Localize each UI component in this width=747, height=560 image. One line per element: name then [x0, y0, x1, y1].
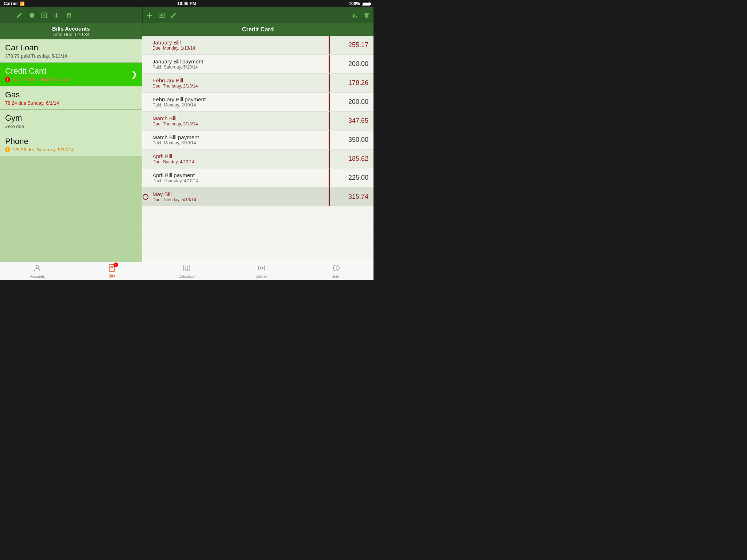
- right-panel: Credit Card January Bill Due: Monday, 1/…: [142, 23, 374, 262]
- bill-name: January Bill payment: [152, 58, 325, 65]
- bill-info: February Bill Due: Thursday, 2/13/14: [149, 75, 329, 91]
- bill-row-jan-bill[interactable]: January Bill Due: Monday, 1/13/14 255.17: [142, 36, 374, 55]
- tab-utilities-label: Utilities: [256, 275, 267, 279]
- bill-date: Due: Thursday, 3/13/14: [152, 121, 325, 127]
- bill-info: March Bill Due: Thursday, 3/13/14: [149, 113, 329, 129]
- add-bill-button[interactable]: [146, 12, 153, 19]
- bill-info: January Bill Due: Monday, 1/13/14: [149, 37, 329, 53]
- bill-date: Due: Sunday, 4/13/14: [152, 159, 325, 164]
- tab-calculator-label: Calculator: [178, 275, 195, 279]
- bill-amount: 200.00: [330, 60, 374, 68]
- bill-info: January Bill payment Paid: Saturday, 5/1…: [149, 56, 329, 72]
- utilities-icon: [258, 264, 266, 274]
- bill-amount: 200.00: [330, 98, 374, 106]
- chart-button-left[interactable]: [53, 12, 60, 19]
- account-item-credit-card[interactable]: Credit Card 315.74 due Tuesday, 5/13/14 …: [0, 63, 142, 86]
- empty-row: [142, 206, 374, 225]
- tab-bills-label: Bills: [109, 274, 115, 278]
- bill-row-jan-payment[interactable]: January Bill payment Paid: Saturday, 5/1…: [142, 55, 374, 74]
- bills-badge: 1: [113, 262, 118, 267]
- svg-rect-7: [184, 265, 190, 271]
- account-name: Phone: [5, 137, 137, 146]
- calculator-icon: [183, 264, 191, 274]
- main-content: Bills Accounts Total Due: 519.34 Car Loa…: [0, 23, 374, 262]
- battery-icon: [362, 2, 370, 6]
- status-bar: Carrier 📶 10:46 PM 100%: [0, 0, 374, 7]
- bill-info: April Bill payment Paid: Thursday, 4/10/…: [149, 170, 329, 186]
- account-item-phone[interactable]: Phone 125.36 due Saturday, 5/17/14: [0, 133, 142, 157]
- bill-row-mar-bill[interactable]: March Bill Due: Thursday, 3/13/14 347.65: [142, 112, 374, 131]
- tab-calculator[interactable]: Calculator: [150, 262, 224, 280]
- info-icon: [332, 264, 340, 274]
- bill-name: January Bill: [152, 39, 325, 46]
- bill-name: February Bill payment: [152, 96, 325, 102]
- bill-info: February Bill payment Paid: Monday, 2/10…: [149, 94, 329, 110]
- account-detail: Zero due: [5, 124, 137, 129]
- svg-point-2: [36, 265, 39, 268]
- account-name: Credit Card: [5, 66, 137, 76]
- bill-row-mar-payment[interactable]: March Bill payment Paid: Monday, 3/10/14…: [142, 131, 374, 149]
- bill-date: Paid: Saturday, 5/10/14: [152, 65, 325, 70]
- accounts-icon: [33, 264, 41, 274]
- tab-info[interactable]: Info: [299, 262, 374, 280]
- bill-date: Paid: Monday, 2/10/14: [152, 102, 325, 108]
- bill-date: Paid: Monday, 3/10/14: [152, 140, 325, 145]
- edit-bill-button[interactable]: [170, 12, 177, 19]
- tab-accounts-label: Accounts: [30, 275, 45, 279]
- account-item-gym[interactable]: Gym Zero due: [0, 110, 142, 133]
- account-detail: 378.79 paid Tuesday, 5/13/14: [5, 53, 137, 59]
- bill-name: April Bill payment: [152, 172, 325, 178]
- bill-amount: 178.26: [330, 79, 374, 87]
- time-label: 10:46 PM: [177, 1, 196, 6]
- tab-utilities[interactable]: Utilities: [224, 262, 299, 280]
- add-group-button[interactable]: [158, 12, 165, 19]
- tab-accounts[interactable]: Accounts: [0, 262, 75, 280]
- bill-row-apr-bill[interactable]: April Bill Due: Sunday, 4/13/14 185.62: [142, 149, 374, 168]
- bill-row-feb-bill[interactable]: February Bill Due: Thursday, 2/13/14 178…: [142, 74, 374, 93]
- empty-row: [142, 244, 374, 262]
- account-name: Car Loan: [5, 43, 137, 52]
- warning-icon: [5, 77, 10, 82]
- account-detail: 315.74 due Tuesday, 5/13/14: [5, 77, 137, 82]
- account-name: Gas: [5, 90, 137, 100]
- warning-icon: [5, 147, 10, 152]
- wifi-icon: 📶: [20, 1, 25, 6]
- svg-point-12: [260, 267, 263, 269]
- carrier-label: Carrier: [4, 1, 18, 6]
- bill-date: Due: Thursday, 2/13/14: [152, 83, 325, 89]
- calculator-button[interactable]: [41, 12, 47, 19]
- bill-amount: 350.00: [330, 136, 374, 144]
- left-panel: Bills Accounts Total Due: 519.34 Car Loa…: [0, 23, 142, 262]
- bill-amount: 315.74: [330, 193, 374, 201]
- account-item-car-loan[interactable]: Car Loan 378.79 paid Tuesday, 5/13/14: [0, 39, 142, 63]
- bill-amount: 347.65: [330, 117, 374, 125]
- empty-row: [142, 225, 374, 244]
- bill-date: Paid: Thursday, 4/10/14: [152, 178, 325, 183]
- bill-info: April Bill Due: Sunday, 4/13/14: [149, 151, 329, 167]
- accounts-total: Total Due: 519.34: [0, 32, 142, 37]
- tab-bills[interactable]: 1 Bills: [75, 262, 150, 280]
- tab-info-label: Info: [333, 275, 339, 279]
- account-item-gas[interactable]: Gas 78.24 due Sunday, 6/1/14: [0, 86, 142, 110]
- bill-date: Due: Tuesday, 5/13/14: [152, 197, 325, 202]
- add-account-button[interactable]: [4, 12, 10, 19]
- bill-row-apr-payment[interactable]: April Bill payment Paid: Thursday, 4/10/…: [142, 168, 374, 187]
- bill-row-feb-payment[interactable]: February Bill payment Paid: Monday, 2/10…: [142, 93, 374, 112]
- toolbar: [0, 7, 374, 23]
- bill-row-may-bill[interactable]: May Bill Due: Tuesday, 5/13/14 315.74: [142, 187, 374, 206]
- toolbar-right: [143, 12, 374, 19]
- delete-account-button[interactable]: [66, 12, 72, 19]
- edit-account-button[interactable]: [16, 12, 23, 19]
- toolbar-left: [0, 12, 142, 19]
- battery-label: 100%: [349, 1, 360, 6]
- delete-bill-button[interactable]: [363, 12, 370, 19]
- history-button[interactable]: [28, 12, 35, 19]
- account-detail: 78.24 due Sunday, 6/1/14: [5, 100, 137, 106]
- bills-icon-wrap: 1: [108, 264, 116, 273]
- account-list: Car Loan 378.79 paid Tuesday, 5/13/14 Cr…: [0, 39, 142, 262]
- bill-amount: 255.17: [330, 41, 374, 49]
- chart-button-right[interactable]: [352, 12, 358, 19]
- bill-info: May Bill Due: Tuesday, 5/13/14: [149, 189, 329, 205]
- current-icon: [143, 194, 148, 200]
- tab-bar: Accounts 1 Bills Calculator: [0, 262, 374, 280]
